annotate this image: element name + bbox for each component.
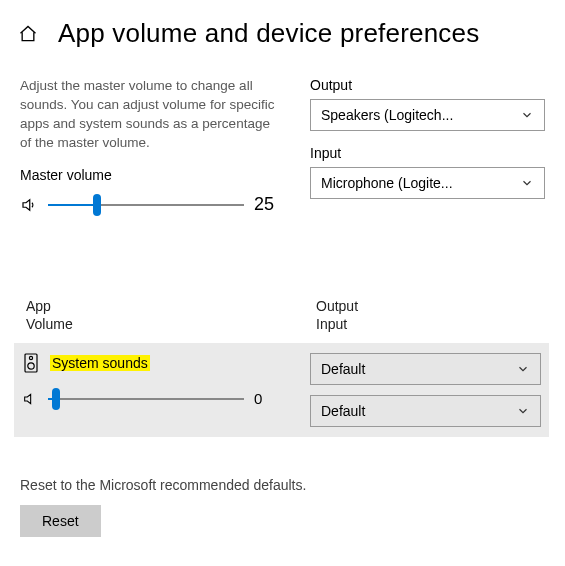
speaker-low-icon[interactable] <box>20 196 38 214</box>
svg-point-1 <box>29 356 32 359</box>
reset-note: Reset to the Microsoft recommended defau… <box>20 477 545 493</box>
speaker-mute-icon[interactable] <box>22 391 38 407</box>
chevron-down-icon <box>520 176 534 190</box>
chevron-down-icon <box>516 404 530 418</box>
app-volume-value: 0 <box>254 390 280 407</box>
app-input-select[interactable]: Default <box>310 395 541 427</box>
page-title: App volume and device preferences <box>58 18 479 49</box>
app-output-select[interactable]: Default <box>310 353 541 385</box>
home-icon[interactable] <box>18 24 38 44</box>
app-output-selected: Default <box>321 361 365 377</box>
output-label: Output <box>310 77 545 93</box>
input-label: Input <box>310 145 545 161</box>
master-volume-value: 25 <box>254 194 280 215</box>
input-device-selected: Microphone (Logite... <box>321 175 510 191</box>
description-text: Adjust the master volume to change all s… <box>20 77 280 153</box>
master-volume-slider[interactable] <box>48 193 244 217</box>
output-device-selected: Speakers (Logitech... <box>321 107 510 123</box>
input-device-select[interactable]: Microphone (Logite... <box>310 167 545 199</box>
svg-point-2 <box>28 363 34 369</box>
chevron-down-icon <box>516 362 530 376</box>
reset-button[interactable]: Reset <box>20 505 101 537</box>
app-volume-slider[interactable] <box>48 387 244 411</box>
column-header-app-volume: App Volume <box>26 297 286 333</box>
app-name: System sounds <box>50 355 150 371</box>
app-input-selected: Default <box>321 403 365 419</box>
column-header-output-input: Output Input <box>316 297 545 333</box>
app-row-system-sounds: System sounds 0 Default <box>14 343 549 437</box>
chevron-down-icon <box>520 108 534 122</box>
master-volume-label: Master volume <box>20 167 280 183</box>
output-device-select[interactable]: Speakers (Logitech... <box>310 99 545 131</box>
system-sounds-icon <box>22 353 40 373</box>
